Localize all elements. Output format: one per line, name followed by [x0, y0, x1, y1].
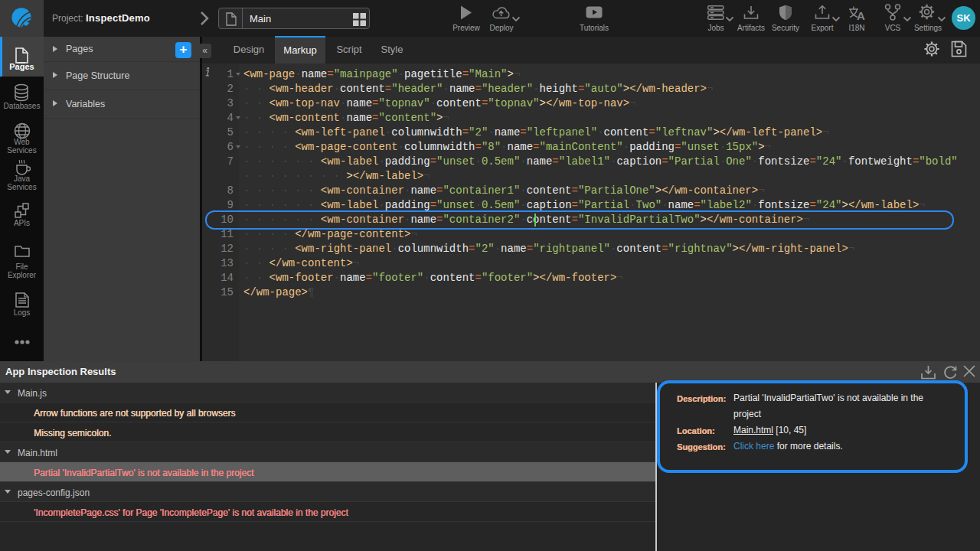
svg-text:A: A — [857, 9, 865, 21]
